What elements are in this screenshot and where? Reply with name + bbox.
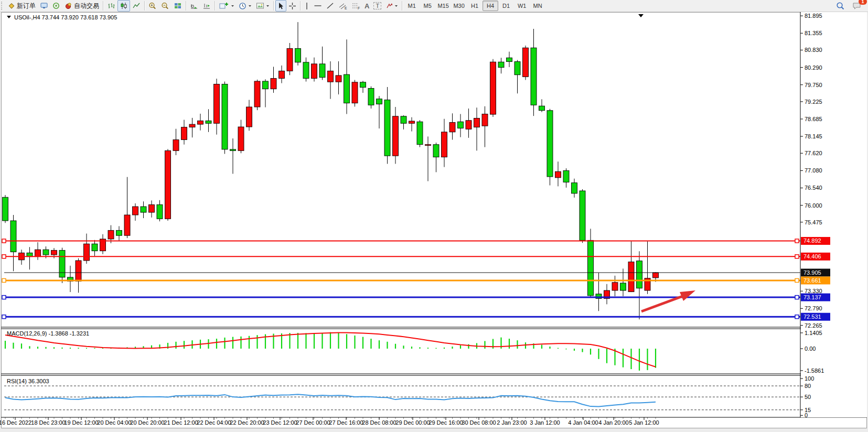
channel-tool-button[interactable]: E [336,0,349,12]
price-tick-label: 72.265 [805,322,822,329]
rsi-axis-label: 80 [805,383,811,389]
bear-candle [417,122,423,145]
rsi-axis-label: 50 [805,394,811,400]
timeframe-button-m1[interactable]: M1 [404,1,420,11]
bar-chart-type-button[interactable] [105,0,117,12]
bear-candle [3,197,8,221]
bull-candle [124,215,130,235]
price-tick-label: 79.750 [805,82,822,88]
timeframe-button-m15[interactable]: M15 [435,1,451,11]
price-axis[interactable]: 81.89581.35580.83080.29079.75079.22578.6… [800,12,867,418]
line-handle[interactable] [2,239,6,243]
line-handle[interactable] [2,255,6,258]
bull-candle [490,62,496,114]
bear-candle [368,88,374,105]
timeframe-button-h4[interactable]: H4 [483,1,498,11]
bull-candle [84,244,90,261]
bear-candle [303,62,309,79]
line-handle[interactable] [2,296,6,299]
time-tick-label: 27 Dec 16:00 [329,419,363,426]
timeframe-button-m5[interactable]: M5 [420,1,435,11]
bear-candle [206,121,211,123]
time-tick-label: 29 Dec 16:00 [428,419,463,426]
timeframe-button-mn[interactable]: MN [530,1,545,11]
bull-candle [612,283,618,290]
bear-candle [157,204,163,219]
bear-candle [531,48,537,105]
line-handle[interactable] [795,255,799,258]
cursor-tool-button[interactable] [275,0,286,12]
toolbar-separator [300,1,301,10]
horizontal-line-tool-button[interactable] [312,0,324,12]
auto-scroll-button[interactable] [188,0,200,12]
price-tick-label: 72.790 [805,305,822,311]
line-handle[interactable] [795,315,799,319]
bull-candle [425,145,431,146]
line-handle[interactable] [2,278,6,282]
zoom-in-button[interactable] [146,0,159,12]
price-tick-label: 75.475 [805,219,822,225]
bear-candle [458,122,464,128]
rsi-label: RSI(14) 36.3003 [7,378,49,384]
price-tick-label: 77.620 [805,150,822,156]
new-order-label: 新订单 [17,2,36,10]
line-handle[interactable] [795,239,799,243]
templates-button[interactable] [254,0,272,12]
timeframe-button-d1[interactable]: D1 [498,1,514,11]
chart-title[interactable]: USOil-,H4 73.744 73.920 73.618 73.905 [7,14,117,20]
notifications-button[interactable]: 1 [850,0,864,12]
chart-shift-button[interactable] [200,0,213,12]
macd-axis-label: -1.5861 [805,368,824,374]
search-button[interactable] [834,0,847,12]
timeframe-button-m30[interactable]: M30 [451,1,467,11]
price-tick-label: 76.540 [805,185,822,191]
bull-candle [279,71,285,78]
bear-candle [588,240,594,295]
zoom-out-button[interactable] [159,0,172,12]
text-tool-button[interactable]: A [362,0,371,12]
trendline-tool-button[interactable] [324,0,336,12]
indicators-button[interactable] [217,0,237,12]
tile-windows-button[interactable] [172,0,184,12]
text-label-tool-button[interactable]: T [371,0,383,12]
price-label-text: 73.905 [803,269,821,276]
bull-candle [173,140,179,151]
signals-button[interactable] [50,0,62,12]
price-tick-label: 76.000 [805,202,822,209]
text-tool-label: A [365,2,369,10]
time-tick-label: 20 Dec 20:00 [130,419,164,426]
auto-scroll-icon [190,2,198,9]
bull-candle [628,262,634,291]
line-handle[interactable] [795,278,799,282]
time-tick-label: 4 Jan 04:00 [568,419,598,426]
chart-window-button[interactable] [38,0,50,12]
label-tool-glyph: T [373,2,381,9]
line-chart-type-button[interactable] [130,0,143,12]
time-tick-label: 16 Dec 2022 [0,419,31,426]
bear-candle [116,230,122,235]
vertical-line-tool-button[interactable] [302,0,312,12]
candlestick-type-button[interactable] [117,0,130,12]
fibonacci-tool-button[interactable]: F [349,0,362,12]
line-handle[interactable] [2,315,6,319]
bull-candle [466,121,471,129]
arrows-tool-button[interactable] [383,0,400,12]
timeframe-button-h1[interactable]: H1 [467,1,483,11]
toolbar-grip[interactable] [1,2,5,10]
timeframe-button-w1[interactable]: W1 [514,1,530,11]
new-order-button[interactable]: 新订单 [6,0,38,12]
template-image-icon [256,2,264,9]
candlestick-icon [120,2,128,9]
auto-trading-button[interactable]: 自动交易 [62,0,101,12]
bear-candle [319,64,325,78]
bull-candle [409,121,415,123]
timeframe-toolbar: M1M5M15M30H1H4D1W1MN [404,1,545,11]
chart-canvas[interactable]: 81.89581.35580.83080.29079.75079.22578.6… [0,0,868,432]
line-handle[interactable] [795,296,799,299]
toolbar-separator [103,1,103,10]
periods-button[interactable] [237,0,254,12]
price-tick-label: 81.895 [805,13,822,19]
crosshair-tool-button[interactable] [286,0,298,12]
crosshair-icon [288,2,296,10]
bear-candle [507,58,512,61]
